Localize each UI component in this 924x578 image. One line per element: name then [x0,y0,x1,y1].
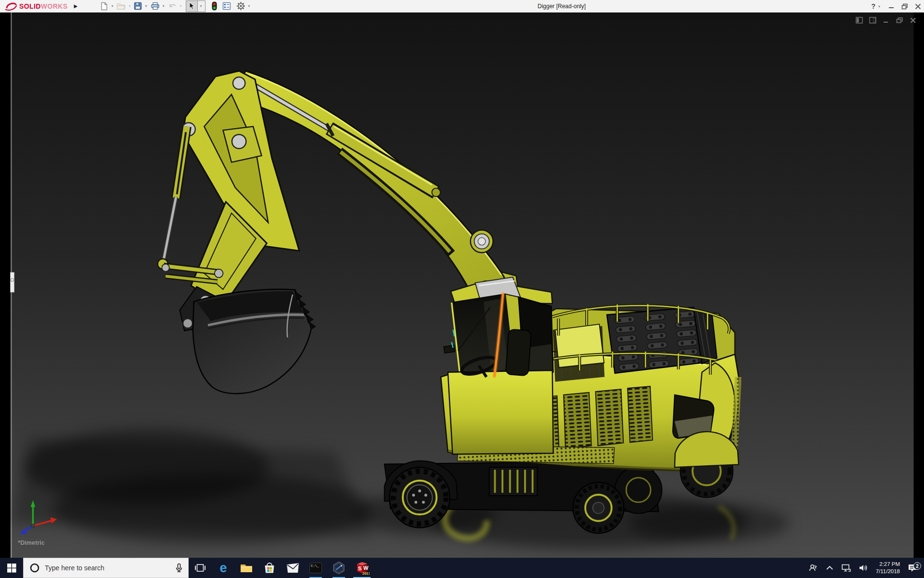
brand-works: WORKS [41,2,68,10]
solidworks-swoosh-icon [5,1,17,11]
store-button[interactable] [258,558,281,578]
edge-icon: e [219,562,227,575]
cad-app-icon [332,561,346,575]
mail-icon [286,563,299,573]
microphone-icon[interactable] [175,563,183,573]
taskbar-search[interactable] [23,558,189,578]
network-icon [841,564,851,572]
collapsed-panel-tab[interactable] [11,273,14,292]
windows-logo-icon [7,564,16,573]
restore-button[interactable] [901,3,908,10]
doc-restore-icon[interactable] [895,16,904,24]
task-view-icon [195,563,205,573]
save-caret[interactable]: ▾ [145,4,147,8]
people-button[interactable] [805,558,822,578]
solidworks-2017-icon: S W 2017 [354,560,370,576]
mail-button[interactable] [281,558,304,578]
print-button[interactable] [150,0,161,12]
front-right-wheel [573,483,624,534]
action-center-button[interactable]: 2 [904,564,924,572]
save-button[interactable] [133,0,143,12]
help-button[interactable]: ? [871,2,875,10]
open-button[interactable] [116,0,127,12]
screen: SOLIDWORKS ▶ ▾ ▾ ▾ ▾ ▾ ▾ [0,0,924,578]
document-window-controls [855,16,917,24]
task-view-button[interactable] [189,558,212,578]
options-gear-button[interactable] [235,0,246,12]
people-icon [808,563,818,573]
brand-solid: SOLID [19,2,41,10]
pane-left-icon[interactable] [855,16,863,24]
window-title: Digger [Read-only] [538,0,586,13]
select-tool-button[interactable] [186,1,197,12]
solidworks-logo: SOLIDWORKS [0,0,71,12]
start-button[interactable] [0,558,23,578]
doc-close-icon[interactable] [909,16,917,24]
title-bar: SOLIDWORKS ▶ ▾ ▾ ▾ ▾ ▾ ▾ [0,0,924,13]
chevron-up-icon [826,565,834,570]
graphics-area[interactable]: *Dimetric [0,13,924,558]
search-input[interactable] [45,564,170,572]
select-tool-caret[interactable]: ▾ [197,1,205,12]
options-caret[interactable]: ▾ [248,4,250,8]
minimize-button[interactable] [888,3,895,10]
quick-toolbar: ▾ ▾ ▾ ▾ ▾ ▾ [99,0,251,12]
command-prompt-button[interactable]: C:\_ [304,558,327,578]
print-caret[interactable]: ▾ [163,4,165,8]
3d-scene: *Dimetric [0,13,924,558]
new-document-caret[interactable]: ▾ [111,4,113,8]
open-caret[interactable]: ▾ [128,4,130,8]
close-button[interactable] [915,3,921,10]
edge-button[interactable]: e [212,558,235,578]
file-explorer-button[interactable] [235,558,258,578]
solidworks-2017-button[interactable]: S W 2017 [350,558,373,578]
seat [506,329,531,376]
command-prompt-icon: C:\_ [309,563,322,573]
notification-badge: 2 [913,562,921,570]
new-document-button[interactable] [99,0,109,12]
cab [444,277,553,454]
window-controls: ? ▾ [871,0,921,13]
undo-caret[interactable]: ▾ [180,4,182,8]
windows-taskbar: e C:\_ [0,558,924,578]
system-tray: 2:27 PM 7/11/2018 2 [805,558,924,578]
engine-hatch [607,307,717,373]
display-pane-button[interactable] [221,0,232,12]
undo-button[interactable] [167,0,178,12]
select-tool-group: ▾ [186,0,205,12]
svg-text:W: W [363,565,369,571]
cortana-icon [29,563,40,573]
svg-text:2017: 2017 [362,571,370,576]
clock-date: 7/11/2018 [876,568,900,575]
store-icon [263,562,276,574]
tray-overflow-button[interactable] [822,558,837,578]
speaker-icon [859,564,868,572]
menu-expand-arrow[interactable]: ▶ [71,1,80,12]
view-orientation-label: *Dimetric [18,539,45,546]
volume-button[interactable] [855,558,872,578]
cad-app-button[interactable] [327,558,350,578]
clock-time: 2:27 PM [876,561,900,568]
pane-right-icon[interactable] [868,16,877,24]
doc-minimize-icon[interactable] [882,16,890,24]
help-caret[interactable]: ▾ [878,4,880,9]
taskbar-clock[interactable]: 2:27 PM 7/11/2018 [872,561,904,575]
svg-text:S: S [358,565,361,571]
file-explorer-icon [240,562,253,574]
network-button[interactable] [837,558,855,578]
rebuild-traffic-light-button[interactable] [211,0,218,12]
boom-pivot [471,230,493,253]
